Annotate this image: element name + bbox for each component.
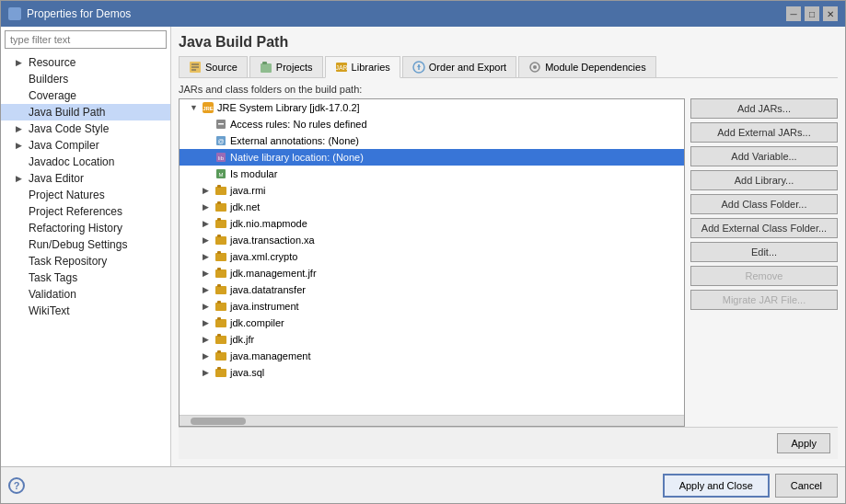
migrate-jar-file-button[interactable]: Migrate JAR File...	[690, 290, 838, 310]
edit-button[interactable]: Edit...	[690, 242, 838, 262]
build-tree-java-sql[interactable]: ▶ java.sql	[180, 364, 684, 381]
sidebar-item-label: Java Compiler	[29, 139, 99, 152]
build-tree-label: jdk.jfr	[230, 334, 254, 345]
build-path-tree-container: ▼ JRE JRE System Library [jdk-17.0.2]	[179, 98, 685, 427]
sidebar: ▶ Resource Builders Coverage Java Build …	[1, 27, 171, 466]
sidebar-item-refactoring-history[interactable]: Refactoring History	[1, 220, 170, 236]
sidebar-item-resource[interactable]: ▶ Resource	[1, 54, 170, 71]
sidebar-item-javadoc-location[interactable]: Javadoc Location	[1, 154, 170, 170]
source-tab-icon	[189, 61, 202, 74]
build-tree-java-rmi[interactable]: ▶ java.rmi	[180, 182, 684, 199]
expand-arrow	[16, 74, 25, 84]
build-tree-label: jdk.net	[230, 201, 260, 212]
filter-input[interactable]	[5, 30, 167, 49]
tab-module-dependencies-label: Module Dependencies	[545, 62, 645, 73]
add-jars-button[interactable]: Add JARs...	[690, 98, 838, 119]
sidebar-item-project-references[interactable]: Project References	[1, 203, 170, 220]
build-tree-jre[interactable]: ▼ JRE JRE System Library [jdk-17.0.2]	[180, 99, 684, 116]
sidebar-item-label: Task Tags	[29, 271, 77, 284]
sidebar-item-java-editor[interactable]: ▶ Java Editor	[1, 170, 170, 187]
build-tree-is-modular[interactable]: M Is modular	[180, 166, 684, 182]
svg-rect-22	[215, 187, 226, 195]
build-tree-java-xml-crypto[interactable]: ▶ java.xml.crypto	[180, 248, 684, 265]
add-class-folder-button[interactable]: Add Class Folder...	[690, 194, 838, 214]
sidebar-item-label: Validation	[29, 288, 76, 301]
build-tree-jdk-nio[interactable]: ▶ jdk.nio.mapmode	[180, 215, 684, 232]
sidebar-item-builders[interactable]: Builders	[1, 71, 170, 87]
svg-point-11	[533, 65, 537, 69]
build-tree-java-management[interactable]: ▶ java.management	[180, 348, 684, 364]
build-tree-access-rules[interactable]: Access rules: No rules defined	[180, 116, 684, 132]
horizontal-scrollbar[interactable]	[180, 415, 684, 426]
sidebar-item-task-tags[interactable]: Task Tags	[1, 269, 170, 286]
tab-libraries[interactable]: JAR Libraries	[325, 56, 400, 78]
build-tree-jdk-management-jfr[interactable]: ▶ jdk.management.jfr	[180, 265, 684, 281]
build-tree-java-transaction[interactable]: ▶ java.transaction.xa	[180, 232, 684, 248]
build-tree-label: java.instrument	[230, 301, 299, 312]
expand-arrow	[203, 136, 212, 145]
sidebar-item-label: WikiText	[29, 304, 70, 317]
close-button[interactable]: ✕	[823, 6, 838, 21]
cancel-button[interactable]: Cancel	[775, 474, 838, 498]
expand-arrow: ▶	[203, 235, 212, 245]
tab-module-dependencies[interactable]: Module Dependencies	[518, 56, 655, 77]
expand-arrow	[16, 240, 25, 249]
package-icon	[214, 184, 227, 197]
window-icon	[8, 7, 21, 20]
sidebar-item-project-natures[interactable]: Project Natures	[1, 187, 170, 203]
tab-source[interactable]: Source	[179, 56, 248, 77]
tab-order-export[interactable]: Order and Export	[402, 56, 516, 77]
sidebar-item-task-repository[interactable]: Task Repository	[1, 253, 170, 269]
build-path-tree-scroll[interactable]: ▼ JRE JRE System Library [jdk-17.0.2]	[180, 99, 684, 415]
add-external-jars-button[interactable]: Add External JARs...	[690, 122, 838, 143]
build-tree-jdk-compiler[interactable]: ▶ jdk.compiler	[180, 315, 684, 331]
remove-button[interactable]: Remove	[690, 266, 838, 286]
libraries-tab-icon: JAR	[335, 61, 348, 74]
build-tree-label: Access rules: No rules defined	[230, 119, 367, 130]
svg-rect-40	[215, 336, 226, 344]
side-buttons-panel: Add JARs... Add External JARs... Add Var…	[690, 98, 838, 427]
window: Properties for Demos ─ □ ✕ ▶ Resource Bu…	[0, 0, 846, 504]
sidebar-item-java-compiler[interactable]: ▶ Java Compiler	[1, 137, 170, 154]
sidebar-item-label: Project Natures	[29, 189, 105, 201]
apply-and-close-button[interactable]: Apply and Close	[663, 474, 770, 498]
sidebar-item-run-debug-settings[interactable]: Run/Debug Settings	[1, 236, 170, 253]
panel-description: JARs and class folders on the build path…	[179, 84, 838, 95]
package-icon	[214, 217, 227, 230]
svg-rect-4	[261, 63, 272, 73]
build-tree-java-datatransfer[interactable]: ▶ java.datatransfer	[180, 281, 684, 298]
build-tree-java-instrument[interactable]: ▶ java.instrument	[180, 298, 684, 315]
tab-projects[interactable]: Projects	[249, 56, 323, 77]
build-tree-jdk-net[interactable]: ▶ jdk.net	[180, 199, 684, 215]
sidebar-item-java-code-style[interactable]: ▶ Java Code Style	[1, 120, 170, 137]
titlebar: Properties for Demos ─ □ ✕	[1, 1, 845, 27]
build-tree-native-library[interactable]: lib Native library location: (None)	[180, 149, 684, 166]
add-library-button[interactable]: Add Library...	[690, 170, 838, 190]
sidebar-item-java-build-path[interactable]: Java Build Path	[1, 104, 170, 120]
expand-arrow	[16, 157, 25, 166]
scroll-thumb-x[interactable]	[191, 418, 246, 425]
modular-icon: M	[214, 167, 227, 180]
maximize-button[interactable]: □	[805, 6, 819, 21]
tab-projects-label: Projects	[276, 62, 313, 73]
native-library-icon: lib	[214, 151, 227, 164]
apply-button[interactable]: Apply	[777, 433, 830, 453]
minimize-button[interactable]: ─	[786, 6, 801, 21]
expand-arrow: ▶	[16, 174, 25, 183]
expand-arrow: ▶	[203, 285, 212, 294]
sidebar-item-wikitext[interactable]: WikiText	[1, 303, 170, 319]
build-tree-jdk-jfr[interactable]: ▶ jdk.jfr	[180, 331, 684, 348]
add-variable-button[interactable]: Add Variable...	[690, 146, 838, 166]
add-external-class-folder-button[interactable]: Add External Class Folder...	[690, 218, 838, 238]
package-icon	[214, 250, 227, 263]
sidebar-tree: ▶ Resource Builders Coverage Java Build …	[1, 52, 170, 466]
footer-left: ?	[8, 477, 25, 494]
help-button[interactable]: ?	[8, 477, 25, 494]
sidebar-item-coverage[interactable]: Coverage	[1, 87, 170, 104]
sidebar-item-validation[interactable]: Validation	[1, 286, 170, 303]
build-tree-ext-annotations[interactable]: @ External annotations: (None)	[180, 132, 684, 149]
build-tree-label: External annotations: (None)	[230, 135, 359, 146]
build-tree-label: Native library location: (None)	[230, 152, 364, 163]
svg-text:lib: lib	[218, 155, 225, 161]
tab-libraries-label: Libraries	[352, 62, 390, 73]
